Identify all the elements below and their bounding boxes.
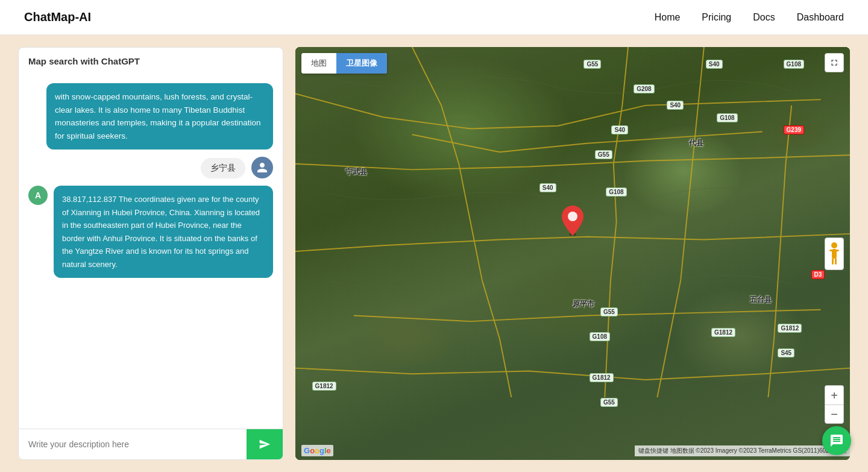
- road-label-s40-2: S40: [667, 101, 684, 110]
- road-label-g1812-2: G1812: [590, 373, 614, 382]
- pegman-button[interactable]: [825, 238, 844, 270]
- zoom-controls: + −: [825, 385, 844, 424]
- chat-message-ai-1: with snow-capped mountains, lush forests…: [46, 83, 273, 149]
- road-label-g208: G208: [634, 84, 654, 93]
- map-container[interactable]: 地图 卫星图像 宁武县 代县 原平市 五台县 G55 S40 G108 S40 …: [295, 47, 850, 460]
- nav-docs[interactable]: Docs: [753, 12, 775, 22]
- chat-row-assistant: A 38.817,112.837 The coordinates given a…: [28, 186, 273, 278]
- svg-rect-5: [835, 250, 839, 251]
- svg-rect-4: [829, 250, 833, 251]
- map-tab-ditu[interactable]: 地图: [301, 53, 336, 74]
- city-label-dai: 代县: [689, 138, 703, 148]
- nav-links: Home Pricing Docs Dashboard: [655, 12, 844, 23]
- road-label-g55-4: G55: [600, 398, 618, 407]
- city-label-ningwu: 宁武县: [345, 167, 367, 177]
- svg-point-1: [568, 212, 577, 221]
- road-label-s40-4: S40: [539, 183, 556, 192]
- support-chat-button[interactable]: [822, 426, 851, 455]
- nav-pricing[interactable]: Pricing: [702, 12, 731, 22]
- road-label-g55-1: G55: [583, 60, 601, 69]
- user-icon: [256, 162, 268, 174]
- nav-dashboard[interactable]: Dashboard: [797, 12, 844, 22]
- user-bubble: 乡宁县: [201, 158, 245, 178]
- google-logo: Google: [301, 445, 333, 456]
- svg-rect-6: [832, 258, 834, 265]
- svg-point-2: [831, 242, 837, 248]
- map-tabs: 地图 卫星图像: [301, 53, 387, 74]
- svg-rect-7: [835, 258, 837, 265]
- chat-header: Map search with ChatGPT: [18, 47, 283, 75]
- nav-logo[interactable]: ChatMap-AI: [24, 10, 91, 24]
- road-label-g1812-4: G1812: [778, 324, 802, 333]
- road-label-s45: S45: [778, 348, 794, 357]
- road-label-g108-4: G108: [590, 332, 610, 341]
- map-tab-satellite[interactable]: 卫星图像: [336, 53, 387, 74]
- road-label-g55-2: G55: [595, 150, 612, 159]
- pegman-icon: [828, 242, 841, 266]
- zoom-in-button[interactable]: +: [825, 385, 844, 404]
- map-attribution: 键盘快捷键 地图数据 ©2023 Imagery ©2023 TerraMetr…: [635, 445, 850, 456]
- map-panel: 地图 卫星图像 宁武县 代县 原平市 五台县 G55 S40 G108 S40 …: [295, 47, 850, 460]
- nav-home[interactable]: Home: [655, 12, 681, 22]
- chat-input[interactable]: [19, 429, 247, 459]
- chat-message-assistant: 38.817,112.837 The coordinates given are…: [54, 186, 273, 278]
- city-label-yuanping: 原平市: [573, 299, 594, 309]
- fullscreen-button[interactable]: [825, 53, 844, 72]
- user-avatar: [251, 157, 273, 178]
- location-pin-icon: [562, 206, 583, 236]
- fullscreen-icon: [829, 58, 839, 68]
- chat-input-row: [18, 429, 283, 460]
- send-button[interactable]: [247, 429, 283, 459]
- chat-row-user: 乡宁县: [28, 157, 273, 178]
- road-label-g55-3: G55: [600, 307, 618, 316]
- chat-panel: Map search with ChatGPT with snow-capped…: [18, 47, 283, 460]
- main-content: Map search with ChatGPT with snow-capped…: [0, 35, 868, 472]
- city-label-wutai: 五台县: [750, 295, 772, 305]
- road-label-g108-2: G108: [717, 113, 737, 122]
- road-label-d3: D3: [811, 270, 825, 279]
- road-label-g239: G239: [784, 125, 804, 134]
- road-label-g1812-3: G1812: [312, 382, 336, 391]
- road-label-g1812-1: G1812: [711, 328, 735, 337]
- assistant-badge: A: [28, 186, 48, 205]
- chat-body: with snow-capped mountains, lush forests…: [18, 75, 283, 429]
- road-label-g108-1: G108: [784, 60, 804, 69]
- road-label-s40-3: S40: [611, 125, 628, 134]
- zoom-out-button[interactable]: −: [825, 404, 844, 424]
- send-icon: [259, 438, 271, 450]
- road-label-g108-3: G108: [606, 187, 626, 197]
- map-pin: [562, 206, 583, 241]
- chat-icon: [829, 433, 844, 448]
- navbar: ChatMap-AI Home Pricing Docs Dashboard: [0, 0, 868, 35]
- road-label-s40-1: S40: [706, 60, 723, 69]
